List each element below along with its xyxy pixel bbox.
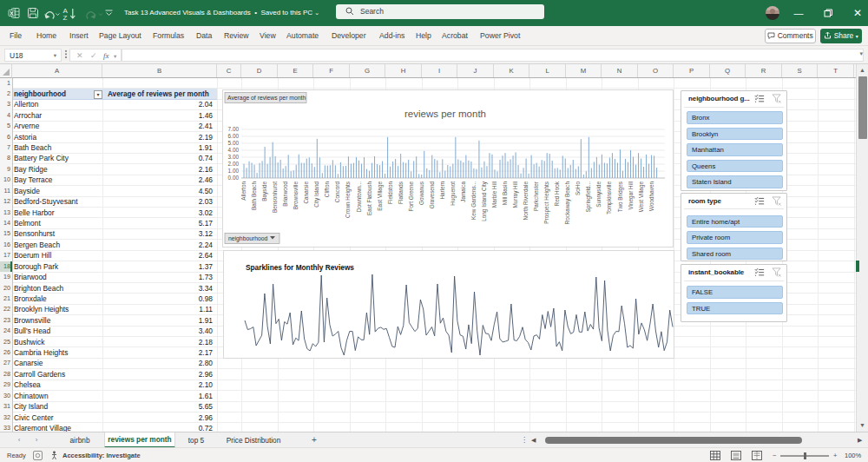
svg-text:reviews per month: reviews per month: [404, 108, 486, 118]
svg-text:Harlem: Harlem: [439, 182, 445, 200]
svg-text:0.00: 0.00: [228, 175, 240, 181]
svg-text:Woodhaven: Woodhaven: [648, 181, 654, 210]
svg-text:7.00: 7.00: [228, 126, 240, 132]
svg-text:Kew Gardens...: Kew Gardens...: [470, 181, 477, 219]
svg-text:5.00: 5.00: [228, 140, 240, 146]
svg-text:Red Hook: Red Hook: [554, 181, 560, 206]
svg-text:Sparklines for Monthly Reviews: Sparklines for Monthly Reviews: [246, 263, 354, 272]
svg-text:4.00: 4.00: [228, 147, 240, 153]
svg-text:Two Bridges: Two Bridges: [617, 182, 624, 212]
svg-text:Huguenot: Huguenot: [450, 181, 457, 205]
svg-text:Rockaway Beach: Rockaway Beach: [564, 181, 571, 224]
svg-text:East Village: East Village: [377, 181, 384, 210]
svg-text:2.00: 2.00: [228, 161, 240, 167]
svg-text:East Flatbush: East Flatbush: [366, 181, 372, 215]
svg-text:3.00: 3.00: [228, 154, 240, 160]
svg-text:North Riverdale: North Riverdale: [523, 181, 529, 220]
svg-text:Fort Greene: Fort Greene: [408, 181, 414, 211]
svg-text:SoHo: SoHo: [575, 181, 581, 195]
svg-text:Allerton: Allerton: [240, 181, 247, 200]
svg-text:West Village: West Village: [638, 181, 645, 212]
svg-text:Bayside: Bayside: [261, 181, 268, 201]
svg-text:Downtown...: Downtown...: [356, 181, 362, 211]
svg-text:Crown Heights: Crown Heights: [345, 182, 352, 218]
svg-text:neighbourhood: neighbourhood: [228, 235, 268, 242]
svg-text:Murray Hill: Murray Hill: [512, 182, 519, 208]
svg-text:Gravesend: Gravesend: [429, 181, 435, 208]
svg-text:Bensonhurst: Bensonhurst: [272, 181, 278, 212]
svg-text:Canarsie: Canarsie: [303, 181, 309, 203]
svg-text:Fieldston: Fieldston: [387, 181, 393, 203]
svg-text:Long Island City: Long Island City: [481, 181, 488, 221]
svg-text:Springfield...: Springfield...: [585, 181, 592, 212]
svg-text:6.00: 6.00: [228, 133, 240, 139]
svg-text:Z: Z: [63, 14, 68, 21]
svg-text:Marble Hill: Marble Hill: [491, 182, 497, 208]
svg-text:Jamaica: Jamaica: [460, 181, 466, 201]
svg-text:Tompkinsville: Tompkinsville: [606, 181, 613, 214]
svg-text:Mill Basin: Mill Basin: [502, 181, 508, 205]
svg-text:Concord: Concord: [334, 181, 340, 202]
svg-text:Briarwood: Briarwood: [282, 181, 288, 206]
svg-text:Average of reviews per month: Average of reviews per month: [227, 95, 306, 102]
svg-text:Gowanus: Gowanus: [418, 182, 424, 205]
svg-text:Bath Beach: Bath Beach: [251, 181, 257, 209]
svg-text:Flatlands: Flatlands: [398, 182, 404, 204]
svg-text:Prospect Heights: Prospect Heights: [543, 182, 550, 224]
svg-text:Sunnyside: Sunnyside: [595, 181, 602, 207]
svg-text:Vinegar Hill: Vinegar Hill: [628, 182, 635, 210]
svg-text:City Island: City Island: [313, 181, 320, 207]
svg-text:Clifton: Clifton: [324, 181, 330, 197]
svg-text:Brownsville: Brownsville: [293, 181, 299, 209]
svg-text:1.00: 1.00: [228, 168, 240, 174]
svg-text:Parkchester: Parkchester: [533, 181, 539, 211]
